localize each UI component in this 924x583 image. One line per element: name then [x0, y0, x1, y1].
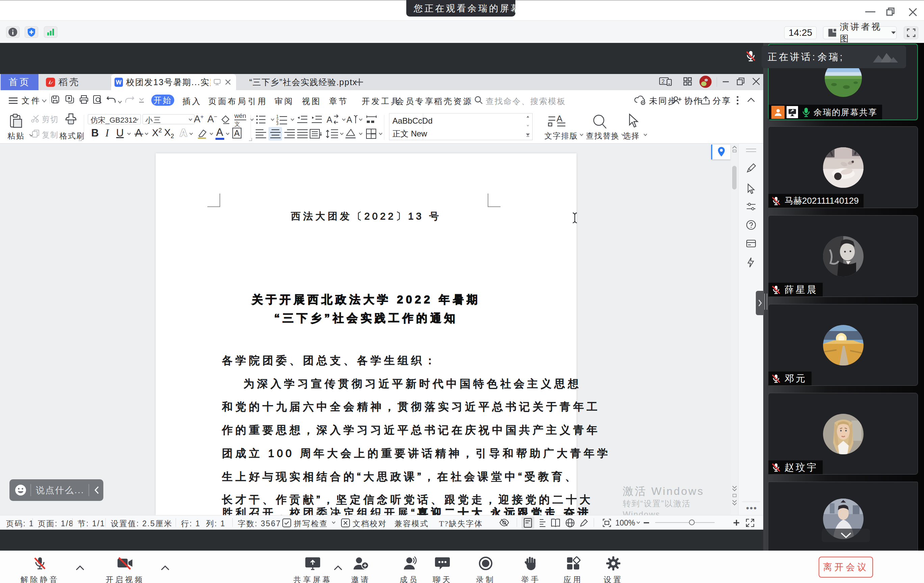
- svg-text:A: A: [346, 115, 352, 124]
- svg-text:2: 2: [662, 79, 665, 84]
- svg-text:A: A: [327, 115, 332, 124]
- svg-text:A: A: [556, 115, 563, 124]
- svg-text:3: 3: [276, 121, 279, 125]
